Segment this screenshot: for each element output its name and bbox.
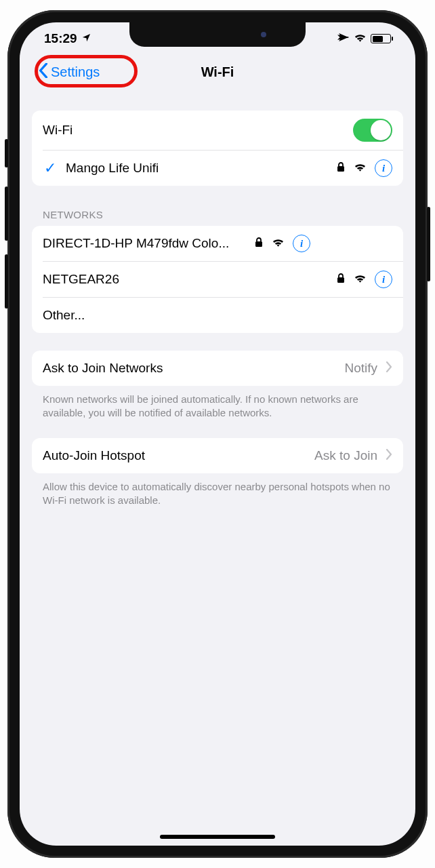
chevron-left-icon [39,63,48,81]
wifi-status-icon [354,31,367,46]
auto-hotspot-footer: Allow this device to automatically disco… [32,473,403,508]
back-label: Settings [51,64,100,80]
home-indicator[interactable] [160,835,275,839]
wifi-toggle-label: Wi-Fi [43,123,345,138]
auto-hotspot-value: Ask to Join [314,448,377,463]
wifi-toggle-row[interactable]: Wi-Fi [32,111,403,150]
location-icon [81,31,91,46]
network-name: DIRECT-1D-HP M479fdw Colo... [43,236,246,251]
airplane-mode-icon [337,31,350,47]
wifi-group: Wi-Fi ✓ Mango Life Unifi i [32,111,403,186]
info-icon[interactable]: i [293,235,310,252]
chevron-right-icon [386,361,392,376]
ask-join-group: Ask to Join Networks Notify [32,351,403,386]
other-network-row[interactable]: Other... [32,298,403,333]
volume-up-button [5,186,8,241]
info-icon[interactable]: i [375,159,392,177]
svg-rect-1 [255,241,262,247]
mute-switch [5,139,8,167]
side-button [427,207,430,281]
networks-header: NETWORKS [32,186,403,226]
back-button[interactable]: Settings [30,59,108,85]
lock-icon [336,272,346,287]
svg-rect-2 [337,277,344,283]
connected-network-name: Mango Life Unifi [66,161,328,176]
notch [129,22,306,47]
phone-frame: 15:29 Settings [7,10,428,858]
network-name: NETGEAR26 [43,272,328,287]
lock-icon [336,161,346,176]
wifi-toggle[interactable] [353,119,392,142]
volume-down-button [5,254,8,309]
ask-join-value: Notify [344,361,377,376]
content: Wi-Fi ✓ Mango Life Unifi i NETWORKS [20,89,415,507]
checkmark-icon: ✓ [43,159,58,177]
other-network-label: Other... [43,308,392,323]
connected-network-row[interactable]: ✓ Mango Life Unifi i [32,151,403,186]
auto-hotspot-label: Auto-Join Hotspot [43,448,306,463]
svg-rect-0 [337,166,344,172]
wifi-signal-icon [354,161,367,176]
ask-join-label: Ask to Join Networks [43,361,336,376]
auto-hotspot-row[interactable]: Auto-Join Hotspot Ask to Join [32,438,403,473]
networks-group: DIRECT-1D-HP M479fdw Colo... i NETGEAR26… [32,226,403,333]
screen: 15:29 Settings [20,22,415,846]
wifi-signal-icon [272,236,285,251]
ask-join-footer: Known networks will be joined automatica… [32,386,403,420]
network-row[interactable]: DIRECT-1D-HP M479fdw Colo... i [32,226,403,261]
battery-icon [371,34,391,43]
wifi-signal-icon [354,272,367,287]
auto-hotspot-group: Auto-Join Hotspot Ask to Join [32,438,403,473]
lock-icon [254,236,264,251]
ask-join-row[interactable]: Ask to Join Networks Notify [32,351,403,386]
status-time: 15:29 [44,31,77,46]
network-row[interactable]: NETGEAR26 i [32,262,403,297]
chevron-right-icon [386,448,392,463]
info-icon[interactable]: i [375,271,392,288]
nav-bar: Settings Wi-Fi [20,55,415,89]
